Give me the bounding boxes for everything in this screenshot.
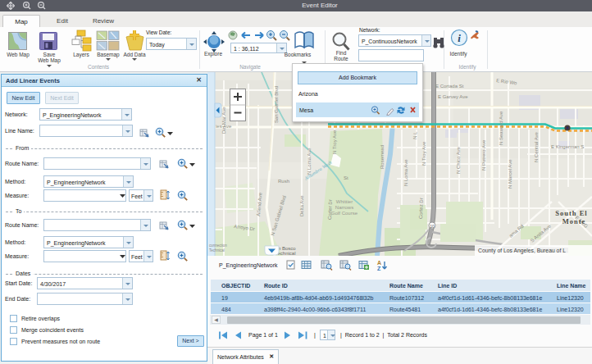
- svg-text:St: St: [344, 175, 348, 180]
- svg-text:County of Los Angeles, Bureau: County of Los Angeles, Bureau of L: [478, 248, 566, 254]
- svg-text:E Kingerman S: E Kingerman S: [551, 144, 584, 149]
- svg-text:Corter Dr: Corter Dr: [327, 199, 333, 220]
- svg-text:N Loma Ave: N Loma Ave: [307, 148, 312, 175]
- svg-text:E Garvey Ave: E Garvey Ave: [438, 94, 468, 99]
- svg-text:A: A: [377, 260, 381, 266]
- svg-text:connection: connection: [209, 243, 227, 248]
- svg-text:N Marcel Ave: N Marcel Ave: [508, 159, 512, 189]
- svg-text:San Gabriel Blvd: San Gabriel Blvd: [274, 86, 279, 123]
- svg-text:South El: South El: [555, 209, 587, 217]
- svg-text:N Troy Ave: N Troy Ave: [332, 130, 337, 154]
- svg-text:Rush: Rush: [278, 179, 289, 184]
- svg-text:Rosemead: Rosemead: [380, 145, 385, 169]
- svg-text:Monte: Monte: [562, 217, 586, 225]
- svg-text:N Seaward Ave: N Seaward Ave: [499, 111, 503, 145]
- svg-text:10: 10: [430, 224, 435, 229]
- svg-text:N L: N L: [412, 131, 417, 139]
- svg-text:N Loma Ave: N Loma Ave: [403, 159, 408, 186]
- svg-text:Whittier: Whittier: [336, 199, 353, 204]
- svg-text:Z: Z: [377, 266, 381, 271]
- svg-text:Technical: Technical: [209, 248, 225, 253]
- svg-text:E Cortada St: E Cortada St: [435, 84, 464, 89]
- svg-text:Cortez Dr: Cortez Dr: [418, 198, 424, 219]
- svg-text:N Central Ave: N Central Ave: [534, 131, 539, 162]
- svg-text:N Chico Ave: N Chico Ave: [456, 146, 461, 174]
- svg-text:i: i: [458, 32, 461, 44]
- svg-text:Del Mar Ave: Del Mar Ave: [221, 107, 226, 134]
- svg-text:N Potrero Ave: N Potrero Ave: [481, 139, 486, 171]
- svg-text:Delta Ave: Delta Ave: [299, 195, 304, 216]
- svg-text:N Troy Ave: N Troy Ave: [421, 141, 426, 166]
- svg-text:Golf Course: Golf Course: [331, 211, 358, 216]
- svg-text:Narrows: Narrows: [335, 205, 353, 210]
